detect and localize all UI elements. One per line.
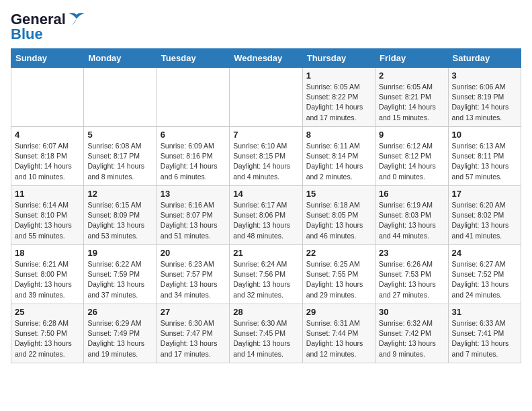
sun-info: Sunrise: 6:19 AM Sunset: 8:03 PM Dayligh… xyxy=(379,200,444,241)
sun-info: Sunrise: 6:26 AM Sunset: 7:53 PM Dayligh… xyxy=(379,259,444,300)
calendar-cell: 8Sunrise: 6:11 AM Sunset: 8:14 PM Daylig… xyxy=(302,127,375,186)
calendar-table: SundayMondayTuesdayWednesdayThursdayFrid… xyxy=(11,48,521,363)
day-number: 3 xyxy=(452,71,517,81)
sun-info: Sunrise: 6:05 AM Sunset: 8:22 PM Dayligh… xyxy=(306,82,371,123)
day-number: 23 xyxy=(379,248,444,258)
sun-info: Sunrise: 6:24 AM Sunset: 7:56 PM Dayligh… xyxy=(233,259,298,300)
day-number: 1 xyxy=(306,71,371,81)
day-number: 5 xyxy=(87,130,152,140)
calendar-cell: 25Sunrise: 6:28 AM Sunset: 7:50 PM Dayli… xyxy=(11,304,84,363)
day-number: 27 xyxy=(161,307,226,317)
sun-info: Sunrise: 6:23 AM Sunset: 7:57 PM Dayligh… xyxy=(161,259,226,300)
day-number: 30 xyxy=(379,307,444,317)
day-number: 28 xyxy=(233,307,298,317)
weekday-header-thursday: Thursday xyxy=(302,49,375,68)
day-number: 25 xyxy=(15,307,80,317)
calendar-cell: 13Sunrise: 6:16 AM Sunset: 8:07 PM Dayli… xyxy=(157,186,229,245)
day-number: 26 xyxy=(87,307,152,317)
day-number: 19 xyxy=(87,248,152,258)
calendar-cell: 28Sunrise: 6:30 AM Sunset: 7:45 PM Dayli… xyxy=(230,304,302,363)
day-number: 9 xyxy=(379,130,444,140)
calendar-cell: 24Sunrise: 6:27 AM Sunset: 7:52 PM Dayli… xyxy=(448,245,521,304)
weekday-header-sunday: Sunday xyxy=(11,49,84,68)
sun-info: Sunrise: 6:29 AM Sunset: 7:49 PM Dayligh… xyxy=(87,318,152,359)
logo: General Blue xyxy=(11,11,86,43)
sun-info: Sunrise: 6:21 AM Sunset: 8:00 PM Dayligh… xyxy=(15,259,80,300)
day-number: 7 xyxy=(233,130,298,140)
calendar-week-row: 11Sunrise: 6:14 AM Sunset: 8:10 PM Dayli… xyxy=(11,186,521,245)
weekday-header-tuesday: Tuesday xyxy=(157,49,229,68)
day-number: 18 xyxy=(15,248,80,258)
calendar-cell: 9Sunrise: 6:12 AM Sunset: 8:12 PM Daylig… xyxy=(375,127,448,186)
header: General Blue xyxy=(11,11,521,43)
calendar-cell xyxy=(157,68,229,127)
calendar-cell: 15Sunrise: 6:18 AM Sunset: 8:05 PM Dayli… xyxy=(302,186,375,245)
calendar-cell: 7Sunrise: 6:10 AM Sunset: 8:15 PM Daylig… xyxy=(230,127,302,186)
sun-info: Sunrise: 6:27 AM Sunset: 7:52 PM Dayligh… xyxy=(452,259,517,300)
sun-info: Sunrise: 6:08 AM Sunset: 8:17 PM Dayligh… xyxy=(87,141,152,182)
calendar-cell: 21Sunrise: 6:24 AM Sunset: 7:56 PM Dayli… xyxy=(230,245,302,304)
calendar-cell: 3Sunrise: 6:06 AM Sunset: 8:19 PM Daylig… xyxy=(448,68,521,127)
calendar-cell: 20Sunrise: 6:23 AM Sunset: 7:57 PM Dayli… xyxy=(157,245,229,304)
sun-info: Sunrise: 6:11 AM Sunset: 8:14 PM Dayligh… xyxy=(306,141,371,182)
day-number: 15 xyxy=(306,189,371,199)
calendar-cell xyxy=(84,68,157,127)
calendar-cell: 16Sunrise: 6:19 AM Sunset: 8:03 PM Dayli… xyxy=(375,186,448,245)
weekday-header-row: SundayMondayTuesdayWednesdayThursdayFrid… xyxy=(11,49,521,68)
calendar-cell: 12Sunrise: 6:15 AM Sunset: 8:09 PM Dayli… xyxy=(84,186,157,245)
day-number: 29 xyxy=(306,307,371,317)
sun-info: Sunrise: 6:30 AM Sunset: 7:47 PM Dayligh… xyxy=(161,318,226,359)
logo-blue: Blue xyxy=(11,26,43,43)
day-number: 8 xyxy=(306,130,371,140)
day-number: 22 xyxy=(306,248,371,258)
day-number: 10 xyxy=(452,130,517,140)
sun-info: Sunrise: 6:12 AM Sunset: 8:12 PM Dayligh… xyxy=(379,141,444,182)
calendar-cell: 22Sunrise: 6:25 AM Sunset: 7:55 PM Dayli… xyxy=(302,245,375,304)
day-number: 13 xyxy=(161,189,226,199)
sun-info: Sunrise: 6:18 AM Sunset: 8:05 PM Dayligh… xyxy=(306,200,371,241)
sun-info: Sunrise: 6:33 AM Sunset: 7:41 PM Dayligh… xyxy=(452,318,517,359)
sun-info: Sunrise: 6:10 AM Sunset: 8:15 PM Dayligh… xyxy=(233,141,298,182)
day-number: 17 xyxy=(452,189,517,199)
day-number: 12 xyxy=(87,189,152,199)
calendar-cell: 31Sunrise: 6:33 AM Sunset: 7:41 PM Dayli… xyxy=(448,304,521,363)
calendar-cell: 4Sunrise: 6:07 AM Sunset: 8:18 PM Daylig… xyxy=(11,127,84,186)
sun-info: Sunrise: 6:05 AM Sunset: 8:21 PM Dayligh… xyxy=(379,82,444,123)
logo-bird-icon xyxy=(67,12,86,27)
day-number: 31 xyxy=(452,307,517,317)
day-number: 20 xyxy=(161,248,226,258)
calendar-week-row: 4Sunrise: 6:07 AM Sunset: 8:18 PM Daylig… xyxy=(11,127,521,186)
sun-info: Sunrise: 6:28 AM Sunset: 7:50 PM Dayligh… xyxy=(15,318,80,359)
calendar-week-row: 1Sunrise: 6:05 AM Sunset: 8:22 PM Daylig… xyxy=(11,68,521,127)
sun-info: Sunrise: 6:31 AM Sunset: 7:44 PM Dayligh… xyxy=(306,318,371,359)
sun-info: Sunrise: 6:25 AM Sunset: 7:55 PM Dayligh… xyxy=(306,259,371,300)
calendar-week-row: 25Sunrise: 6:28 AM Sunset: 7:50 PM Dayli… xyxy=(11,304,521,363)
calendar-cell: 29Sunrise: 6:31 AM Sunset: 7:44 PM Dayli… xyxy=(302,304,375,363)
calendar-cell: 5Sunrise: 6:08 AM Sunset: 8:17 PM Daylig… xyxy=(84,127,157,186)
calendar-cell xyxy=(11,68,84,127)
calendar-cell: 17Sunrise: 6:20 AM Sunset: 8:02 PM Dayli… xyxy=(448,186,521,245)
calendar-cell xyxy=(230,68,302,127)
day-number: 4 xyxy=(15,130,80,140)
day-number: 16 xyxy=(379,189,444,199)
sun-info: Sunrise: 6:17 AM Sunset: 8:06 PM Dayligh… xyxy=(233,200,298,241)
calendar-cell: 2Sunrise: 6:05 AM Sunset: 8:21 PM Daylig… xyxy=(375,68,448,127)
calendar-cell: 27Sunrise: 6:30 AM Sunset: 7:47 PM Dayli… xyxy=(157,304,229,363)
sun-info: Sunrise: 6:20 AM Sunset: 8:02 PM Dayligh… xyxy=(452,200,517,241)
sun-info: Sunrise: 6:09 AM Sunset: 8:16 PM Dayligh… xyxy=(161,141,226,182)
weekday-header-monday: Monday xyxy=(84,49,157,68)
sun-info: Sunrise: 6:22 AM Sunset: 7:59 PM Dayligh… xyxy=(87,259,152,300)
sun-info: Sunrise: 6:32 AM Sunset: 7:42 PM Dayligh… xyxy=(379,318,444,359)
day-number: 2 xyxy=(379,71,444,81)
day-number: 21 xyxy=(233,248,298,258)
sun-info: Sunrise: 6:30 AM Sunset: 7:45 PM Dayligh… xyxy=(233,318,298,359)
weekday-header-wednesday: Wednesday xyxy=(230,49,302,68)
calendar-cell: 30Sunrise: 6:32 AM Sunset: 7:42 PM Dayli… xyxy=(375,304,448,363)
day-number: 11 xyxy=(15,189,80,199)
calendar-cell: 23Sunrise: 6:26 AM Sunset: 7:53 PM Dayli… xyxy=(375,245,448,304)
calendar-cell: 14Sunrise: 6:17 AM Sunset: 8:06 PM Dayli… xyxy=(230,186,302,245)
calendar-week-row: 18Sunrise: 6:21 AM Sunset: 8:00 PM Dayli… xyxy=(11,245,521,304)
sun-info: Sunrise: 6:15 AM Sunset: 8:09 PM Dayligh… xyxy=(87,200,152,241)
day-number: 14 xyxy=(233,189,298,199)
sun-info: Sunrise: 6:13 AM Sunset: 8:11 PM Dayligh… xyxy=(452,141,517,182)
